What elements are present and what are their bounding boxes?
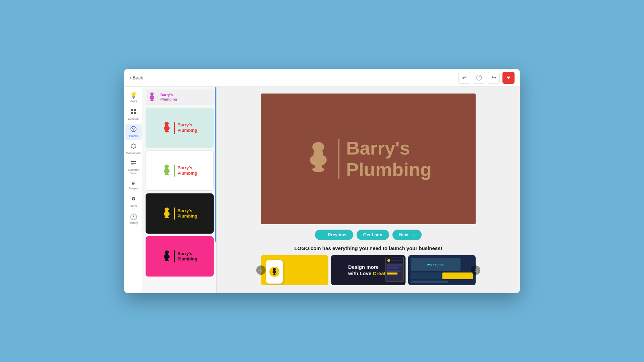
svg-point-23: [165, 131, 169, 132]
svg-point-19: [165, 122, 169, 125]
top-icons-group: ↩ 🕐 ↪ ♥: [458, 72, 515, 84]
next-arrow-icon: →: [411, 232, 415, 237]
logo-card-green[interactable]: Barry'sPlumbing: [146, 150, 214, 191]
svg-point-13: [132, 198, 134, 200]
brand-line1: Barry's: [346, 137, 410, 159]
scrollbar-thumb: [215, 87, 216, 242]
svg-point-26: [164, 169, 170, 173]
main-content: 💡 Ideas Layouts: [124, 87, 520, 293]
promo-card-design[interactable]: Design morewith Love Create: [331, 255, 405, 285]
svg-point-7: [133, 129, 134, 131]
logo-preview-content: Barry's Plumbing: [305, 137, 432, 181]
sidebar-item-ideas[interactable]: 💡 Ideas: [125, 89, 142, 105]
get-logo-button[interactable]: Get Logo: [357, 230, 389, 240]
svg-point-5: [132, 128, 133, 129]
top-bar: ‹ Back ↩ 🕐 ↪ ♥: [124, 69, 520, 87]
svg-point-36: [164, 255, 170, 259]
carousel-prev-button[interactable]: ‹: [256, 265, 266, 275]
previous-button[interactable]: ← Previous: [315, 230, 353, 240]
promo-title: LOGO.com has everything you need to laun…: [261, 245, 476, 251]
sidebar-item-layouts[interactable]: Layouts: [125, 107, 142, 123]
colors-icon: [130, 126, 137, 134]
svg-point-28: [165, 174, 169, 175]
slogan-label: Slogan: [128, 187, 138, 190]
svg-rect-2: [131, 112, 133, 114]
logo-card-pink[interactable]: Barry'sPlumbing: [146, 236, 214, 277]
design-line1: Design morewith Love Create: [348, 264, 388, 277]
toilet-icon-green: [162, 165, 171, 177]
sidebar-item-icons[interactable]: Icons: [125, 194, 142, 210]
svg-point-29: [165, 207, 169, 211]
next-label: Next: [399, 232, 409, 237]
history-icon: 🕐: [476, 74, 482, 81]
icons-icon: [130, 196, 137, 203]
promo-carousel: ‹: [261, 255, 476, 285]
undo-button[interactable]: ↩: [458, 72, 470, 84]
ideas-icon: 💡: [130, 92, 137, 99]
svg-point-34: [165, 250, 169, 254]
logo-text-black: Barry'sPlumbing: [177, 208, 197, 219]
promo-card-teal[interactable]: DASHBOARD: [408, 255, 476, 285]
tablet-mock: [385, 257, 404, 282]
svg-point-24: [165, 165, 169, 168]
svg-rect-3: [134, 112, 136, 114]
history-icon-sidebar: 🕐: [130, 213, 137, 221]
phone-mock: [266, 260, 283, 284]
history-label: History: [128, 221, 138, 225]
svg-point-4: [131, 126, 136, 132]
svg-point-18: [150, 100, 154, 101]
svg-point-33: [165, 217, 169, 218]
svg-point-16: [150, 96, 154, 99]
svg-rect-1: [134, 109, 136, 111]
containers-icon: [130, 143, 137, 151]
logo-card-black[interactable]: Barry'sPlumbing: [146, 193, 214, 234]
svg-point-14: [150, 93, 154, 95]
business-icon: [130, 161, 137, 168]
colors-label: Colors: [129, 134, 138, 138]
svg-marker-8: [131, 144, 136, 148]
next-button[interactable]: Next →: [392, 230, 422, 240]
toilet-icon-pink: [162, 250, 171, 262]
icons-label: Icons: [130, 204, 137, 208]
back-button[interactable]: ‹ Back: [129, 75, 143, 81]
slogan-icon: #: [132, 180, 135, 186]
divider-pink: [174, 250, 175, 262]
back-arrow-icon: ‹: [129, 75, 131, 81]
sidebar-item-history[interactable]: 🕐 History: [125, 211, 142, 227]
toilet-icon-preview: [305, 142, 332, 176]
previous-arrow-icon: ←: [322, 232, 326, 237]
logo-list-panel: Barry'sPlumbing Barry'sPlumbing: [143, 87, 217, 293]
svg-point-6: [134, 128, 135, 129]
vertical-divider-preview: [338, 139, 339, 179]
logo-text-pink: Barry'sPlumbing: [177, 251, 197, 262]
back-label: Back: [132, 75, 143, 80]
svg-point-43: [312, 167, 324, 172]
sidebar-item-business[interactable]: Business Name: [125, 159, 142, 177]
sidebar-item-slogan[interactable]: # Slogan: [125, 178, 142, 192]
preview-area: Barry's Plumbing ← Previous Get Logo Nex…: [217, 87, 520, 293]
svg-point-39: [312, 142, 324, 152]
logo-card-mint[interactable]: Barry'sPlumbing: [146, 108, 214, 148]
carousel-next-button[interactable]: ›: [471, 265, 480, 275]
layouts-label: Layouts: [128, 117, 139, 121]
sidebar-item-containers[interactable]: Containers: [125, 141, 142, 157]
ideas-label: Ideas: [129, 100, 137, 103]
heart-icon: ♥: [507, 75, 510, 81]
redo-button[interactable]: ↪: [488, 72, 500, 84]
sidebar-item-colors[interactable]: Colors: [125, 124, 142, 140]
logo-text-green: Barry'sPlumbing: [177, 165, 197, 176]
svg-point-46: [273, 271, 276, 274]
promo-card-yellow[interactable]: [261, 255, 328, 285]
svg-rect-9: [131, 161, 136, 162]
get-logo-label: Get Logo: [363, 232, 382, 237]
containers-label: Containers: [126, 152, 141, 155]
favorite-button[interactable]: ♥: [502, 72, 515, 84]
promo-cards-row: Design morewith Love Create: [261, 255, 476, 285]
logo-text-mint: Barry'sPlumbing: [177, 122, 197, 133]
scrollbar-track: [215, 87, 216, 293]
history-button[interactable]: 🕐: [473, 72, 485, 84]
svg-rect-11: [131, 165, 134, 165]
svg-point-38: [165, 259, 169, 261]
divider-black: [174, 207, 175, 220]
previous-label: Previous: [328, 232, 346, 237]
